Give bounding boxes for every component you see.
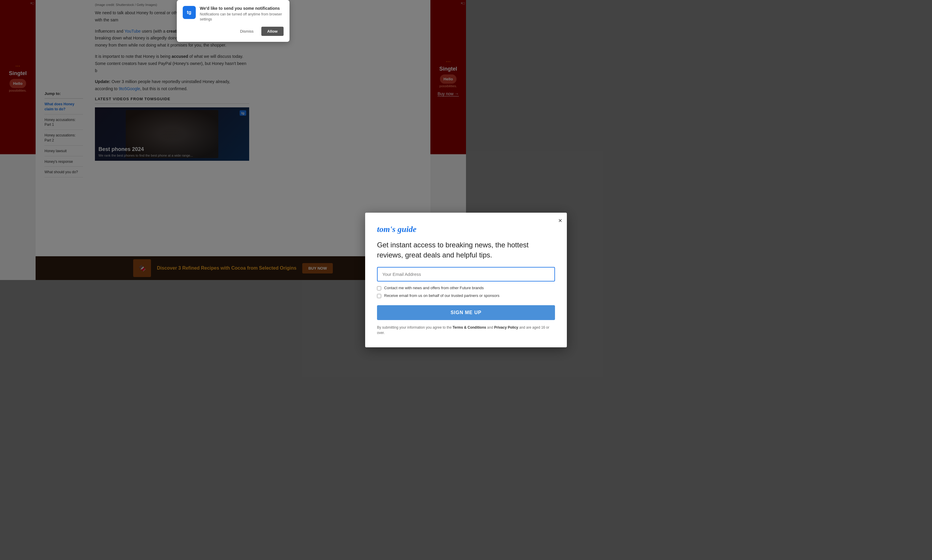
email-signup-modal: × tom's guide Get instant access to brea… [365, 213, 466, 280]
dismiss-button[interactable]: Dismiss [235, 27, 258, 36]
notification-description: Notifications can be turned off anytime … [200, 12, 284, 22]
allow-button[interactable]: Allow [261, 27, 284, 36]
modal-headline: Get instant access to breaking news, the… [377, 240, 466, 260]
notification-header: tg We'd like to send you some notificati… [183, 6, 284, 22]
notification-popup: tg We'd like to send you some notificati… [177, 0, 289, 42]
tg-notification-icon: tg [183, 6, 196, 19]
notification-title: We'd like to send you some notifications [200, 6, 284, 11]
notification-text-block: We'd like to send you some notifications… [200, 6, 284, 22]
email-input[interactable] [377, 267, 466, 280]
notification-buttons: Dismiss Allow [183, 27, 284, 36]
modal-logo: tom's guide [377, 225, 466, 234]
modal-overlay: × tom's guide Get instant access to brea… [0, 0, 466, 280]
